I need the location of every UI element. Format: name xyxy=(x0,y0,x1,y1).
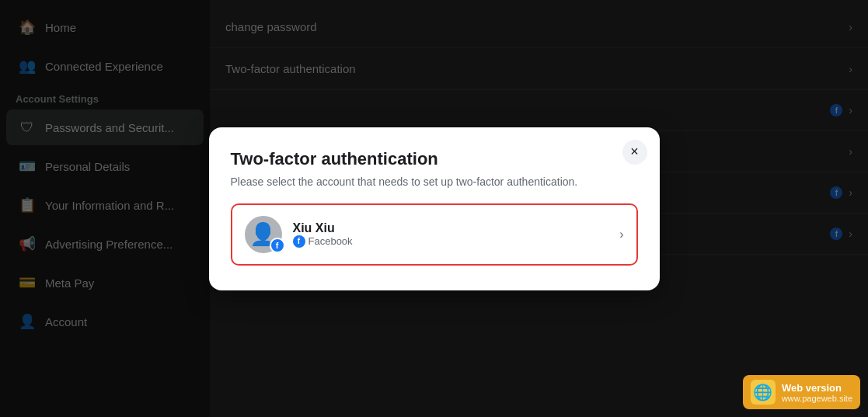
account-chevron-icon: › xyxy=(619,228,623,242)
account-option-xiu-xiu[interactable]: 👤 f Xiu Xiu f Facebook › xyxy=(231,203,638,266)
facebook-badge: f xyxy=(270,238,285,253)
modal-title: Two-factor authentication xyxy=(231,149,638,169)
account-name: Xiu Xiu xyxy=(293,221,353,235)
two-factor-modal: × Two-factor authentication Please selec… xyxy=(209,127,660,290)
platform-label: Facebook xyxy=(309,235,353,247)
modal-overlay[interactable]: × Two-factor authentication Please selec… xyxy=(0,0,868,417)
modal-close-button[interactable]: × xyxy=(622,140,647,165)
modal-subtitle: Please select the account that needs to … xyxy=(231,175,638,188)
facebook-platform-icon: f xyxy=(293,235,305,248)
web-version-url: www.pageweb.site xyxy=(782,394,852,403)
web-version-badge: 🌐 Web version www.pageweb.site xyxy=(743,375,860,409)
account-option-left: 👤 f Xiu Xiu f Facebook xyxy=(245,216,353,253)
account-info: Xiu Xiu f Facebook xyxy=(293,221,353,248)
avatar-wrap: 👤 f xyxy=(245,216,282,253)
account-platform: f Facebook xyxy=(293,235,353,248)
web-version-title: Web version xyxy=(782,382,852,394)
web-version-text: Web version www.pageweb.site xyxy=(782,382,852,403)
close-icon: × xyxy=(630,144,639,160)
globe-icon: 🌐 xyxy=(751,380,776,405)
